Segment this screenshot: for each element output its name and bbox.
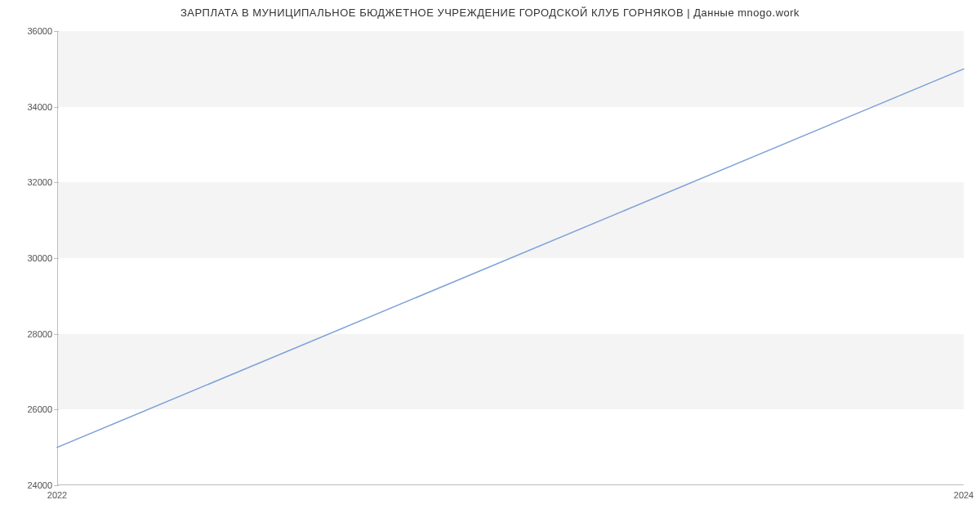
data-series-line: [57, 69, 964, 447]
y-tick-label: 24000: [7, 480, 52, 490]
y-tick-label: 32000: [7, 177, 52, 187]
y-tick-label: 26000: [7, 404, 52, 414]
y-tick-label: 36000: [7, 26, 52, 36]
plot-area: [57, 31, 964, 485]
y-tick-label: 28000: [7, 329, 52, 339]
line-layer: [57, 31, 964, 485]
chart-container: ЗАРПЛАТА В МУНИЦИПАЛЬНОЕ БЮДЖЕТНОЕ УЧРЕЖ…: [0, 0, 980, 531]
x-tick-label: 2024: [954, 490, 973, 500]
x-tick-label: 2022: [47, 490, 67, 500]
chart-title: ЗАРПЛАТА В МУНИЦИПАЛЬНОЕ БЮДЖЕТНОЕ УЧРЕЖ…: [0, 7, 980, 19]
y-tick-label: 30000: [7, 253, 52, 263]
y-tick-label: 34000: [7, 102, 52, 112]
